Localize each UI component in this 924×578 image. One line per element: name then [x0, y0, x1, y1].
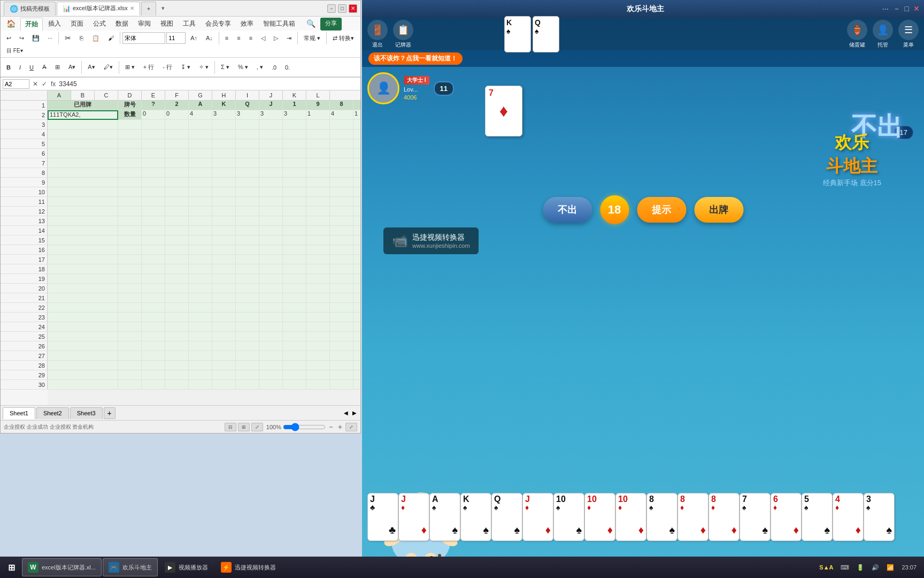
cell-row14-col6[interactable] — [236, 226, 259, 235]
cell-row4-col5[interactable] — [212, 130, 236, 139]
font-family-input[interactable] — [122, 32, 165, 44]
decrease-decimal-btn[interactable]: 0. — [281, 63, 294, 72]
cell-d3[interactable] — [165, 120, 189, 130]
cell-row4-col11[interactable] — [353, 130, 360, 139]
indent-right-btn[interactable]: ▷ — [270, 33, 282, 43]
cell-row8-col11[interactable] — [353, 168, 360, 178]
cell-row5-col0[interactable] — [48, 139, 118, 149]
row-num-19[interactable]: 19 — [1, 274, 48, 284]
cell-row24-col9[interactable] — [306, 322, 330, 332]
cell-row14-col7[interactable] — [259, 226, 283, 235]
cell-row21-col1[interactable] — [118, 293, 142, 303]
cell-row24-col3[interactable] — [165, 322, 189, 332]
cell-row27-col10[interactable] — [330, 351, 353, 361]
cell-row27-col4[interactable] — [189, 351, 212, 361]
cell-row9-col3[interactable] — [165, 178, 189, 187]
cell-row19-col5[interactable] — [212, 274, 236, 284]
cell-row10-col2[interactable] — [142, 187, 165, 197]
cell-row30-col11[interactable] — [353, 380, 360, 390]
row-num-13[interactable]: 13 — [1, 216, 48, 226]
hand-card-10[interactable]: 8 ♦ ♦ — [677, 493, 709, 541]
hand-card-7[interactable]: 10 ♦ ♦ — [584, 493, 615, 541]
cell-row21-col11[interactable] — [353, 293, 360, 303]
cell-row10-col4[interactable] — [189, 187, 212, 197]
sheet-tab-2[interactable]: Sheet2 — [36, 407, 69, 419]
row-num-9[interactable]: 9 — [1, 178, 48, 187]
cell-row15-col1[interactable] — [118, 235, 142, 245]
cell-row22-col7[interactable] — [259, 303, 283, 313]
cell-row5-col2[interactable] — [142, 139, 165, 149]
cell-row30-col10[interactable] — [330, 380, 353, 390]
sum-btn[interactable]: Σ ▾ — [217, 62, 233, 72]
cell-row25-col7[interactable] — [259, 332, 283, 341]
cell-j1[interactable]: 9 — [306, 101, 330, 110]
cell-row13-col6[interactable] — [236, 216, 259, 226]
row-num-1[interactable]: 1 — [1, 101, 48, 110]
cell-row18-col3[interactable] — [165, 264, 189, 274]
cell-row26-col3[interactable] — [165, 341, 189, 351]
cell-k1[interactable]: 8 — [330, 101, 353, 110]
cell-row28-col3[interactable] — [165, 361, 189, 370]
zoom-slider[interactable] — [283, 423, 326, 431]
underline-btn[interactable]: U — [26, 63, 37, 72]
cell-row11-col6[interactable] — [236, 197, 259, 207]
col-header-l[interactable]: L — [306, 90, 330, 100]
cell-h3[interactable] — [259, 120, 283, 130]
italic-btn[interactable]: I — [16, 63, 25, 72]
cell-row26-col11[interactable] — [353, 341, 360, 351]
cell-row4-col2[interactable] — [142, 130, 165, 139]
cell-row9-col7[interactable] — [259, 178, 283, 187]
col-header-j[interactable]: J — [259, 90, 283, 100]
cell-row4-col7[interactable] — [259, 130, 283, 139]
ribbon-tab-insert[interactable]: 插入 — [44, 18, 65, 31]
cell-row28-col1[interactable] — [118, 361, 142, 370]
row-num-3[interactable]: 3 — [1, 120, 48, 130]
sheet-tab-1[interactable]: Sheet1 — [3, 407, 35, 419]
cell-row23-col11[interactable] — [353, 313, 360, 322]
restore-button[interactable]: □ — [338, 4, 346, 13]
cell-row14-col4[interactable] — [189, 226, 212, 235]
cell-row6-col9[interactable] — [306, 149, 330, 158]
cell-row23-col3[interactable] — [165, 313, 189, 322]
cell-row14-col8[interactable] — [283, 226, 306, 235]
taskbar-videoplayer[interactable]: ▶ 视频播放器 — [159, 558, 214, 576]
bold-btn[interactable]: B — [3, 63, 14, 72]
cell-f3[interactable] — [212, 120, 236, 130]
cell-row15-col3[interactable] — [165, 235, 189, 245]
cell-row11-col0[interactable] — [48, 197, 118, 207]
cell-row4-col8[interactable] — [283, 130, 306, 139]
cell-row17-col9[interactable] — [306, 255, 330, 264]
ribbon-tab-page[interactable]: 页面 — [66, 18, 88, 31]
cell-row10-col10[interactable] — [330, 187, 353, 197]
cell-row7-col5[interactable] — [212, 158, 236, 168]
cell-row11-col2[interactable] — [142, 197, 165, 207]
cell-row15-col4[interactable] — [189, 235, 212, 245]
cell-row11-col11[interactable] — [353, 197, 360, 207]
cell-row6-col4[interactable] — [189, 149, 212, 158]
hint-button-2[interactable]: 提示 — [637, 197, 686, 223]
add-sheet-button[interactable]: + — [104, 407, 116, 419]
cell-row19-col10[interactable] — [330, 274, 353, 284]
cell-row22-col4[interactable] — [189, 303, 212, 313]
cell-row6-col0[interactable] — [48, 149, 118, 158]
cell-row26-col6[interactable] — [236, 341, 259, 351]
col-header-a[interactable]: A — [48, 90, 71, 100]
cell-b3[interactable] — [118, 120, 142, 130]
cell-row7-col7[interactable] — [259, 158, 283, 168]
cell-row29-col7[interactable] — [259, 370, 283, 380]
cell-row17-col0[interactable] — [48, 255, 118, 264]
font-grow-btn[interactable]: A↑ — [187, 33, 201, 43]
ribbon-tab-data[interactable]: 数据 — [111, 18, 133, 31]
cell-row19-col7[interactable] — [259, 274, 283, 284]
cell-row22-col9[interactable] — [306, 303, 330, 313]
row-num-28[interactable]: 28 — [1, 361, 48, 370]
row-num-29[interactable]: 29 — [1, 370, 48, 380]
cell-row12-col3[interactable] — [165, 207, 189, 216]
hand-card-6[interactable]: 10 ♠ ♠ — [553, 493, 584, 541]
cell-row21-col7[interactable] — [259, 293, 283, 303]
cell-row8-col10[interactable] — [330, 168, 353, 178]
hand-card-5[interactable]: J ♦ ♦ — [522, 493, 553, 541]
cell-l3[interactable] — [353, 120, 360, 130]
cell-row18-col1[interactable] — [118, 264, 142, 274]
cell-row14-col2[interactable] — [142, 226, 165, 235]
